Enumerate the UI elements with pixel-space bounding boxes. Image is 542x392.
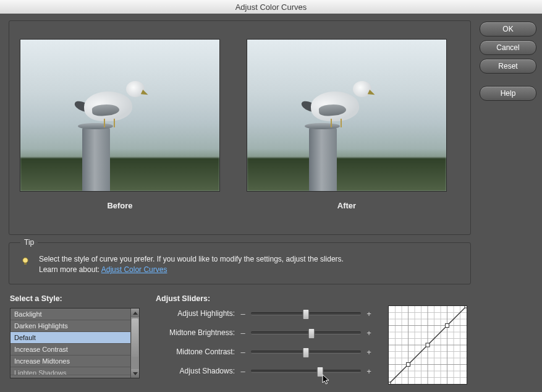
help-button[interactable]: Help	[480, 86, 536, 101]
style-option[interactable]: Increase Midtones	[11, 356, 130, 367]
style-option[interactable]: Default	[11, 332, 130, 344]
slider-row: Adjust Shadows:–+	[156, 365, 372, 377]
preview-after-image	[247, 40, 446, 191]
preview-row: Before After	[20, 40, 459, 210]
dialog-body: Before After Ti	[0, 14, 542, 392]
preview-before-block: Before	[20, 40, 219, 210]
slider-label: Adjust Highlights:	[156, 309, 235, 318]
tip-line2-prefix: Learn more about:	[39, 265, 101, 274]
slider-thumb[interactable]	[308, 328, 315, 339]
right-column: OK Cancel Reset Help	[480, 20, 536, 385]
chevron-up-icon	[133, 312, 138, 315]
preview-after-label: After	[337, 201, 356, 210]
curve-control-point[interactable]	[407, 363, 410, 367]
slider-thumb[interactable]	[317, 367, 324, 377]
curve-control-point[interactable]	[465, 306, 467, 308]
slider-label: Adjust Shadows:	[156, 367, 235, 375]
slider-track[interactable]	[251, 370, 361, 373]
lightbulb-icon	[20, 257, 30, 266]
preview-after-block: After	[247, 40, 446, 210]
slider-row: Midtone Brightness:–+	[156, 327, 372, 338]
style-option[interactable]: Increase Contrast	[11, 344, 130, 356]
slider-track[interactable]	[251, 331, 361, 334]
tip-text: Select the style of curve you prefer. If…	[39, 254, 344, 275]
left-column: Before After Ti	[9, 20, 471, 385]
curve-control-point[interactable]	[426, 343, 430, 347]
curve-control-point[interactable]	[389, 382, 391, 384]
style-list-items: BacklightDarken HighlightsDefaultIncreas…	[11, 309, 130, 378]
style-option[interactable]: Backlight	[11, 309, 130, 320]
preview-before-label: Before	[107, 201, 132, 210]
minus-icon: –	[240, 328, 246, 338]
minus-icon: –	[240, 309, 246, 318]
style-option[interactable]: Darken Highlights	[11, 320, 130, 332]
plus-icon: +	[366, 309, 372, 318]
plus-icon: +	[366, 347, 372, 357]
dialog-window: Adjust Color Curves Before	[0, 0, 542, 392]
sliders-host: Adjust Highlights:–+Midtone Brightness:–…	[156, 308, 372, 377]
tip-link[interactable]: Adjust Color Curves	[101, 265, 167, 274]
slider-thumb[interactable]	[303, 347, 310, 358]
style-column: Select a Style: BacklightDarken Highligh…	[10, 294, 140, 378]
scroll-track[interactable]	[131, 317, 139, 369]
reset-button[interactable]: Reset	[480, 59, 536, 74]
tip-panel: Tip Select the style of curve you prefer…	[9, 242, 471, 284]
tip-legend: Tip	[20, 238, 38, 247]
style-label: Select a Style:	[10, 294, 140, 303]
sliders-column: Adjust Sliders: Adjust Highlights:–+Midt…	[156, 294, 372, 385]
slider-thumb[interactable]	[303, 309, 310, 320]
curve-column	[388, 294, 470, 385]
plus-icon: +	[366, 328, 372, 338]
scroll-down-button[interactable]	[131, 369, 139, 378]
slider-track[interactable]	[251, 351, 361, 354]
style-scrollbar[interactable]	[130, 309, 139, 378]
preview-before-image	[20, 40, 219, 191]
window-title: Adjust Color Curves	[235, 2, 307, 12]
cancel-button[interactable]: Cancel	[480, 40, 536, 55]
scroll-thumb[interactable]	[132, 318, 138, 357]
slider-row: Midtone Contrast:–+	[156, 346, 372, 357]
curve-control-point[interactable]	[446, 324, 449, 328]
ok-button[interactable]: OK	[480, 22, 536, 36]
curve-graph[interactable]	[388, 305, 467, 385]
chevron-down-icon	[133, 372, 138, 375]
slider-label: Midtone Brightness:	[156, 328, 235, 337]
svg-rect-1	[24, 263, 27, 265]
slider-label: Midtone Contrast:	[156, 347, 235, 356]
style-listbox[interactable]: BacklightDarken HighlightsDefaultIncreas…	[10, 308, 140, 378]
minus-icon: –	[240, 347, 246, 357]
scroll-up-button[interactable]	[131, 309, 139, 317]
plus-icon: +	[366, 367, 372, 376]
minus-icon: –	[240, 367, 246, 376]
controls-row: Select a Style: BacklightDarken Highligh…	[9, 292, 471, 385]
titlebar: Adjust Color Curves	[0, 0, 542, 14]
slider-row: Adjust Highlights:–+	[156, 308, 372, 319]
style-option[interactable]: Lighten Shadows	[11, 367, 130, 375]
svg-point-0	[23, 258, 28, 263]
sliders-label: Adjust Sliders:	[156, 294, 372, 303]
slider-track[interactable]	[251, 312, 361, 315]
tip-line1: Select the style of curve you prefer. If…	[39, 255, 344, 263]
preview-panel: Before After	[9, 20, 471, 235]
